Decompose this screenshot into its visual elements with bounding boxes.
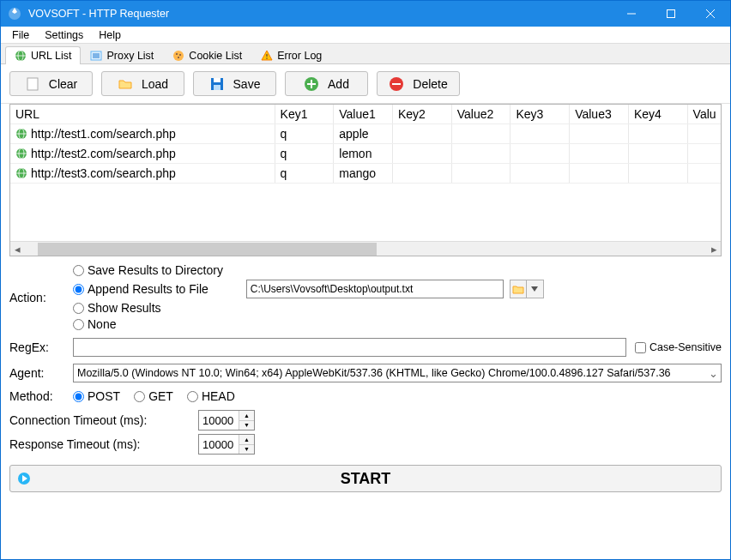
radio-get[interactable] [134, 391, 145, 402]
cell-key2[interactable] [393, 144, 452, 163]
tab-cookie-list[interactable]: Cookie List [163, 46, 251, 64]
cell-val4[interactable] [688, 164, 721, 183]
tab-url-list[interactable]: URL List [5, 46, 81, 64]
col-val4[interactable]: Valu [688, 105, 721, 123]
radio-show-results[interactable] [73, 303, 84, 314]
method-head[interactable]: HEAD [187, 389, 235, 403]
col-key1[interactable]: Key1 [275, 105, 335, 123]
cell-url[interactable]: http://test2.com/search.php [10, 144, 275, 163]
delete-button[interactable]: Delete [377, 71, 460, 96]
radio-post[interactable] [73, 391, 84, 402]
conn-timeout-input[interactable] [199, 411, 239, 430]
cell-val3[interactable] [570, 164, 629, 183]
tab-proxy-list[interactable]: Proxy List [81, 46, 163, 64]
cell-val1[interactable]: mango [334, 164, 393, 183]
cell-key1[interactable]: q [275, 144, 335, 163]
action-append-file[interactable]: Append Results to File [73, 280, 544, 298]
tab-error-log[interactable]: Error Log [251, 46, 331, 64]
cell-val3[interactable] [570, 144, 629, 163]
minimize-button[interactable] [612, 1, 651, 27]
cell-key1[interactable]: q [275, 124, 335, 143]
cell-val1[interactable]: lemon [334, 144, 393, 163]
browse-file-button[interactable] [510, 280, 527, 298]
radio-save-dir[interactable] [73, 265, 84, 276]
cell-text: http://test3.com/search.php [31, 166, 176, 180]
cell-val2[interactable] [452, 144, 511, 163]
cell-key3[interactable] [510, 164, 570, 183]
svg-point-12 [173, 51, 184, 61]
chevron-down-icon[interactable]: ⌄ [705, 367, 721, 380]
action-save-dir[interactable]: Save Results to Directory [73, 263, 544, 277]
method-post[interactable]: POST [73, 389, 120, 403]
start-button[interactable]: START [9, 465, 722, 492]
spin-down-icon[interactable]: ▼ [239, 444, 254, 455]
cell-key2[interactable] [393, 124, 452, 143]
radio-head[interactable] [187, 391, 198, 402]
tabbar: URL List Proxy List Cookie List Error Lo… [1, 44, 730, 64]
col-val2[interactable]: Value2 [452, 105, 511, 123]
menu-settings[interactable]: Settings [38, 28, 90, 42]
titlebar: VOVSOFT - HTTP Requester [1, 1, 730, 27]
load-button[interactable]: Load [101, 71, 184, 96]
radio-label: POST [88, 389, 120, 403]
cell-key4[interactable] [629, 124, 688, 143]
maximize-button[interactable] [651, 1, 691, 27]
cell-url[interactable]: http://test1.com/search.php [10, 124, 275, 143]
clear-button[interactable]: Clear [9, 71, 93, 96]
table-row[interactable]: http://test1.com/search.phpqapple [10, 124, 721, 144]
col-key3[interactable]: Key3 [510, 105, 570, 123]
col-val1[interactable]: Value1 [334, 105, 393, 123]
grid-hscrollbar[interactable]: ◂ ▸ [10, 241, 721, 256]
action-show-results[interactable]: Show Results [73, 301, 544, 315]
radio-none[interactable] [73, 319, 84, 330]
scroll-thumb[interactable] [38, 243, 377, 256]
col-url[interactable]: URL [10, 105, 275, 123]
globe-icon [15, 167, 27, 179]
cell-url[interactable]: http://test3.com/search.php [10, 164, 275, 183]
regex-input[interactable] [73, 338, 626, 357]
checkbox-case-sensitive[interactable] [635, 342, 646, 353]
spin-down-icon[interactable]: ▼ [239, 420, 254, 431]
action-none[interactable]: None [73, 317, 544, 331]
cell-val3[interactable] [570, 124, 629, 143]
cell-val1[interactable]: apple [334, 124, 393, 143]
cell-val4[interactable] [688, 144, 721, 163]
cell-key4[interactable] [629, 164, 688, 183]
col-key2[interactable]: Key2 [393, 105, 452, 123]
agent-combobox[interactable]: Mozilla/5.0 (Windows NT 10.0; Win64; x64… [73, 364, 722, 382]
cell-val4[interactable] [688, 124, 721, 143]
cell-key3[interactable] [510, 124, 570, 143]
output-file-input[interactable] [246, 280, 504, 298]
globe-icon [15, 50, 27, 62]
cell-val2[interactable] [452, 124, 511, 143]
conn-timeout-spinner[interactable]: ▲ ▼ [198, 410, 255, 431]
resp-timeout-spinner[interactable]: ▲ ▼ [198, 434, 255, 455]
spin-up-icon[interactable]: ▲ [239, 435, 254, 444]
table-row[interactable]: http://test3.com/search.phpqmango [10, 164, 721, 184]
cookie-icon [172, 50, 184, 62]
cell-key2[interactable] [393, 164, 452, 183]
cell-val2[interactable] [452, 164, 511, 183]
resp-timeout-input[interactable] [199, 435, 239, 454]
grid-header-row: URL Key1 Value1 Key2 Value2 Key3 Value3 … [10, 105, 721, 124]
method-get[interactable]: GET [134, 389, 173, 403]
cell-key3[interactable] [510, 144, 570, 163]
spin-up-icon[interactable]: ▲ [239, 411, 254, 420]
folder-open-icon [118, 76, 133, 92]
cell-key4[interactable] [629, 144, 688, 163]
menu-help[interactable]: Help [92, 28, 128, 42]
cell-key1[interactable]: q [275, 164, 335, 183]
col-val3[interactable]: Value3 [570, 105, 629, 123]
table-row[interactable]: http://test2.com/search.phpqlemon [10, 144, 721, 164]
menu-file[interactable]: File [5, 28, 36, 42]
radio-append-file[interactable] [73, 284, 84, 295]
col-key4[interactable]: Key4 [629, 105, 688, 123]
browse-dropdown-button[interactable] [527, 280, 544, 298]
save-button[interactable]: Save [193, 71, 276, 96]
plus-icon [304, 76, 319, 92]
scroll-right-icon[interactable]: ▸ [707, 242, 721, 256]
add-button[interactable]: Add [285, 71, 368, 96]
scroll-left-icon[interactable]: ◂ [10, 242, 24, 256]
case-sensitive-checkbox[interactable]: Case-Sensitive [635, 341, 722, 353]
close-button[interactable] [691, 1, 730, 27]
